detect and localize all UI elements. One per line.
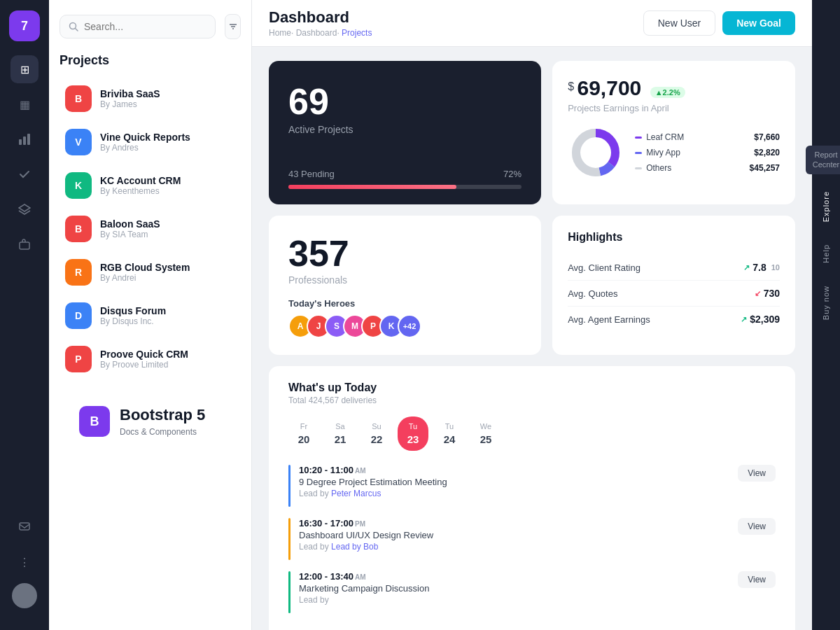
new-user-button[interactable]: New User xyxy=(643,10,715,36)
avatar-circle: +42 xyxy=(398,314,421,338)
day-name: Tu xyxy=(445,422,454,430)
progress-bar-fill xyxy=(288,185,456,189)
svg-rect-1 xyxy=(23,136,26,145)
project-by: By Andrei xyxy=(100,273,190,283)
highlight-label: Avg. Quotes xyxy=(568,288,617,299)
day-item[interactable]: Tu 24 xyxy=(434,416,465,451)
day-item[interactable]: Fr 20 xyxy=(288,416,319,451)
filter-button[interactable] xyxy=(225,14,241,39)
sidebar-icon-home[interactable]: ⊞ xyxy=(10,55,38,83)
sidebar-icon-briefcase[interactable] xyxy=(10,230,38,258)
earnings-amount: 69,700 xyxy=(578,76,642,99)
report-center-button[interactable]: Report Cecnter xyxy=(806,146,840,174)
search-input[interactable] xyxy=(84,21,206,32)
progress-bar xyxy=(288,185,522,189)
sidebar-icon-chart[interactable] xyxy=(10,125,38,153)
legend-item: Leaf CRM $7,660 xyxy=(635,132,780,142)
sidebar-icon-check[interactable] xyxy=(10,160,38,188)
highlight-value: ↗$2,309 xyxy=(741,314,780,325)
svg-rect-2 xyxy=(27,134,30,145)
professionals-label: Professionals xyxy=(288,274,522,286)
project-item[interactable]: R RGB Cloud System By Andrei xyxy=(59,252,241,293)
schedule-title: What's up Today xyxy=(288,382,776,394)
help-label[interactable]: Help xyxy=(816,233,836,274)
project-name: Briviba SaaS xyxy=(100,88,160,99)
project-info: Disqus Forum By Disqus Inc. xyxy=(100,305,166,326)
bootstrap-title: Bootstrap 5 xyxy=(120,406,205,424)
project-info: Baloon SaaS By SIA Team xyxy=(100,218,160,239)
day-item[interactable]: Sa 21 xyxy=(325,416,356,451)
project-by: By Andres xyxy=(100,143,190,153)
search-icon xyxy=(69,22,78,31)
project-logo: K xyxy=(65,172,92,199)
event-content: 12:00 - 13:40AM Marketing Campaign Discu… xyxy=(299,571,429,613)
project-info: Vine Quick Reports By Andres xyxy=(100,132,190,153)
highlight-number: 730 xyxy=(764,288,780,299)
project-by: By SIA Team xyxy=(100,230,160,239)
project-item[interactable]: P Proove Quick CRM By Proove Limited xyxy=(59,339,241,379)
legend-dot xyxy=(635,136,642,139)
sidebar-icon-dots[interactable]: ⋮ xyxy=(10,548,38,576)
legend-name: Others xyxy=(646,163,671,173)
sidebar-icon-layers[interactable] xyxy=(10,195,38,223)
day-item[interactable]: We 25 xyxy=(470,416,501,451)
active-projects-label: Active Projects xyxy=(288,124,522,135)
event-view-button[interactable]: View xyxy=(738,571,776,588)
project-info: Proove Quick CRM By Proove Limited xyxy=(100,349,188,370)
event-lead-link[interactable]: Peter Marcus xyxy=(331,489,381,498)
user-number-badge[interactable]: 7 xyxy=(9,10,40,41)
event-lead-link[interactable]: Lead by Bob xyxy=(331,542,378,552)
project-item[interactable]: V Vine Quick Reports By Andres xyxy=(59,122,241,162)
sidebar-icons: 7 ⊞ ▦ ⋮ xyxy=(0,0,49,630)
sidebar-icon-grid[interactable]: ▦ xyxy=(10,90,38,118)
docs-link[interactable]: Docs & Components xyxy=(120,427,205,437)
event-color-line xyxy=(288,571,290,613)
project-item[interactable]: B Baloon SaaS By SIA Team xyxy=(59,209,241,249)
day-number: 22 xyxy=(371,433,383,445)
day-item[interactable]: Tu 23 xyxy=(398,416,428,451)
day-name: Sa xyxy=(335,422,344,430)
project-logo: V xyxy=(65,129,92,155)
day-item[interactable]: Su 22 xyxy=(361,416,392,451)
highlight-row: Avg. Client Rating ↗7.810 xyxy=(568,255,780,281)
legend-amount: $2,820 xyxy=(754,148,780,158)
event-view-button[interactable]: View xyxy=(738,465,776,482)
page-title: Dashboard xyxy=(269,8,372,27)
svg-marker-3 xyxy=(19,204,30,211)
event-lead: Lead by Peter Marcus xyxy=(299,489,447,498)
project-item[interactable]: D Disqus Forum By Disqus Inc. xyxy=(59,295,241,336)
day-name: We xyxy=(480,422,491,430)
buy-now-label[interactable]: Buy now xyxy=(816,274,836,331)
explore-label[interactable]: Explore xyxy=(816,180,836,233)
highlight-value: ↙730 xyxy=(755,288,780,299)
new-goal-button[interactable]: New Goal xyxy=(722,11,795,35)
pending-label: 43 Pending xyxy=(288,169,335,179)
sidebar-icon-message[interactable] xyxy=(10,513,38,541)
highlight-label: Avg. Client Rating xyxy=(568,262,640,273)
project-logo: R xyxy=(65,259,92,286)
active-projects-number: 69 xyxy=(288,80,522,122)
event-ampm: AM xyxy=(355,467,366,475)
event-item: 12:00 - 13:40AM Marketing Campaign Discu… xyxy=(288,571,776,613)
breadcrumb: Home· Dashboard· Projects xyxy=(269,28,372,38)
event-lead: Lead by Lead by Bob xyxy=(299,542,433,552)
legend-dot xyxy=(635,152,642,154)
project-by: By Disqus Inc. xyxy=(100,316,166,326)
professionals-number: 357 xyxy=(288,232,522,274)
event-view-button[interactable]: View xyxy=(738,518,776,535)
event-title: Dashboard UI/UX Design Review xyxy=(299,530,433,540)
project-item[interactable]: K KC Account CRM By Keenthemes xyxy=(59,165,241,206)
legend-amount: $45,257 xyxy=(750,163,780,173)
project-item[interactable]: B Briviba SaaS By James xyxy=(59,78,241,119)
project-logo: B xyxy=(65,85,92,112)
earnings-card: $ 69,700 ▲2.2% Projects Earnings in Apri… xyxy=(552,61,795,204)
highlights-card: Highlights Avg. Client Rating ↗7.810 Avg… xyxy=(552,216,795,355)
legend-dot xyxy=(635,167,642,169)
stats-row-2: 357 Professionals Today's Heroes AJSMPK+… xyxy=(269,216,795,355)
user-avatar[interactable] xyxy=(12,583,37,608)
highlight-row: Avg. Quotes ↙730 xyxy=(568,281,780,307)
event-color-line xyxy=(288,518,290,560)
day-number: 23 xyxy=(407,433,419,445)
days-row: Fr 20 Sa 21 Su 22 Tu 23 Tu 24 We 25 xyxy=(288,416,776,451)
project-logo: B xyxy=(65,216,92,242)
